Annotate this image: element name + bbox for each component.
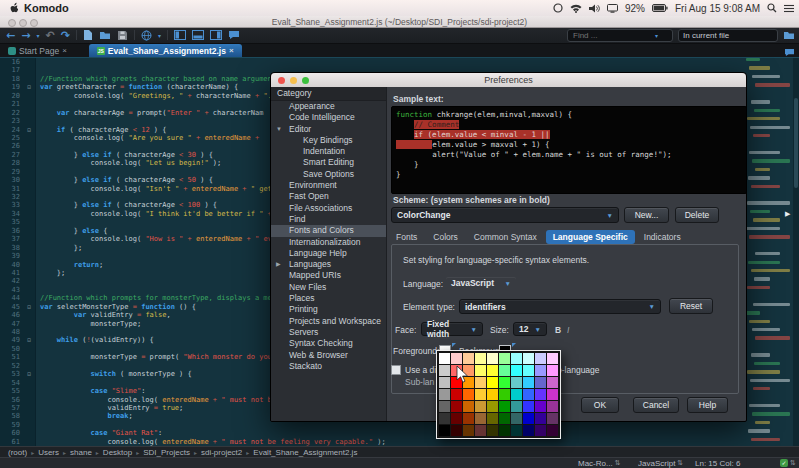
palette-swatch[interactable]	[451, 401, 462, 412]
palette-swatch[interactable]	[523, 353, 534, 364]
palette-swatch[interactable]	[499, 377, 510, 388]
palette-swatch[interactable]	[547, 365, 558, 376]
palette-swatch[interactable]	[451, 413, 462, 424]
cancel-button[interactable]: Cancel	[633, 397, 679, 413]
places-folder-icon[interactable]	[783, 30, 795, 40]
forward-icon[interactable]: →	[21, 30, 30, 41]
palette-swatch[interactable]	[463, 353, 474, 364]
breadcrumb-item[interactable]: Users	[38, 448, 59, 457]
encoding-select[interactable]: Mac-Ro...⇅	[578, 458, 621, 468]
feedback-chat-icon[interactable]	[228, 30, 240, 40]
category-item-environment[interactable]: Environment	[271, 180, 386, 191]
fold-marker[interactable]: ⊟	[23, 336, 36, 344]
globe-dropdown-icon[interactable]: ▾	[158, 32, 161, 39]
breadcrumb-item[interactable]: Desktop	[103, 448, 132, 457]
category-item-save-options[interactable]: Save Options	[271, 169, 386, 180]
palette-swatch[interactable]	[439, 401, 450, 412]
back-icon[interactable]: ←	[6, 30, 15, 41]
background-picker-flag-icon[interactable]	[512, 343, 516, 347]
category-item-file-associations[interactable]: File Associations	[271, 203, 386, 214]
app-menu-komodo[interactable]: Komodo	[24, 2, 69, 14]
palette-swatch[interactable]	[535, 353, 546, 364]
window-zoom-button[interactable]	[30, 19, 38, 27]
tab-close-icon[interactable]: ×	[229, 46, 234, 55]
collapsed-arrow-icon[interactable]: ▶	[276, 259, 281, 270]
scheme-select[interactable]: ColorChange▼	[391, 207, 619, 223]
prefs-tab-language-specific[interactable]: Language Specific	[546, 230, 635, 244]
category-item-stackato[interactable]: Stackato	[271, 361, 386, 372]
expanded-arrow-icon[interactable]: ▼	[276, 124, 282, 135]
palette-swatch[interactable]	[523, 413, 534, 424]
palette-swatch[interactable]	[535, 377, 546, 388]
palette-swatch[interactable]	[439, 425, 450, 436]
dialog-minimize-button[interactable]	[290, 77, 297, 84]
window-close-button[interactable]	[8, 19, 16, 27]
palette-swatch[interactable]	[511, 401, 522, 412]
battery-icon[interactable]	[652, 4, 668, 12]
dialog-close-button[interactable]	[278, 77, 285, 84]
category-item-servers[interactable]: Servers	[271, 327, 386, 338]
prefs-tab-indicators[interactable]: Indicators	[637, 230, 688, 244]
find-dropdown-icon[interactable]: ▾	[655, 32, 658, 39]
element-type-select[interactable]: identifiers▼	[459, 299, 661, 314]
category-item-fast-open[interactable]: Fast Open	[271, 191, 386, 202]
category-item-places[interactable]: Places	[271, 293, 386, 304]
palette-swatch[interactable]	[487, 353, 498, 364]
category-item-appearance[interactable]: Appearance	[271, 101, 386, 112]
palette-swatch[interactable]	[535, 425, 546, 436]
palette-swatch[interactable]	[439, 377, 450, 388]
fold-marker[interactable]: ⊟	[23, 303, 36, 311]
breadcrumb-item[interactable]: (root)	[8, 448, 27, 457]
palette-swatch[interactable]	[499, 389, 510, 400]
delete-scheme-button[interactable]: Delete	[675, 207, 719, 223]
category-item-printing[interactable]: Printing	[271, 304, 386, 315]
menu-clock[interactable]: Fri Aug 15 9:08 AM	[675, 3, 760, 14]
palette-swatch[interactable]	[547, 389, 558, 400]
category-item-projects-and-workspace[interactable]: Projects and Workspace	[271, 316, 386, 327]
category-item-new-files[interactable]: New Files	[271, 282, 386, 293]
palette-swatch[interactable]	[523, 425, 534, 436]
palette-swatch[interactable]	[499, 365, 510, 376]
category-item-fonts-and-colors[interactable]: Fonts and Colors	[271, 225, 386, 236]
palette-swatch[interactable]	[451, 353, 462, 364]
breadcrumb-item[interactable]: SDI_Projects	[143, 448, 190, 457]
find-input[interactable]	[571, 30, 655, 41]
forward-dropdown-icon[interactable]: ▾	[36, 32, 39, 39]
palette-swatch[interactable]	[463, 401, 474, 412]
palette-swatch[interactable]	[547, 413, 558, 424]
palette-swatch[interactable]	[475, 389, 486, 400]
browser-preview-globe-icon[interactable]	[141, 30, 152, 41]
palette-swatch[interactable]	[451, 389, 462, 400]
palette-swatch[interactable]	[439, 365, 450, 376]
palette-swatch[interactable]	[451, 425, 462, 436]
palette-swatch[interactable]	[535, 365, 546, 376]
category-item-find[interactable]: Find	[271, 214, 386, 225]
italic-toggle[interactable]: I	[567, 325, 569, 335]
foreground-picker-flag-icon[interactable]	[452, 343, 456, 347]
toggle-right-pane-icon[interactable]	[210, 30, 222, 40]
toggle-left-pane-icon[interactable]	[174, 30, 186, 40]
category-item-language-help[interactable]: Language Help	[271, 248, 386, 259]
fold-marker[interactable]: ⊟	[23, 370, 36, 378]
palette-swatch[interactable]	[475, 413, 486, 424]
category-item-syntax-checking[interactable]: Syntax Checking	[271, 338, 386, 349]
menu-circle-icon[interactable]	[553, 3, 563, 13]
palette-swatch[interactable]	[547, 353, 558, 364]
palette-swatch[interactable]	[511, 377, 522, 388]
palette-swatch[interactable]	[511, 413, 522, 424]
volume-icon[interactable]	[589, 4, 600, 13]
redo-icon[interactable]: ↷	[61, 30, 70, 41]
palette-swatch[interactable]	[547, 401, 558, 412]
palette-swatch[interactable]	[487, 365, 498, 376]
category-item-indentation[interactable]: Indentation	[271, 146, 386, 157]
palette-swatch[interactable]	[487, 377, 498, 388]
palette-swatch[interactable]	[523, 365, 534, 376]
palette-swatch[interactable]	[487, 425, 498, 436]
category-item-languages[interactable]: ▶Languages	[271, 259, 386, 270]
breadcrumb-item[interactable]: Evalt_Shane_Assignment2.js	[253, 448, 357, 457]
prefs-tab-fonts[interactable]: Fonts	[389, 230, 424, 244]
dialog-zoom-button[interactable]	[302, 77, 309, 84]
category-item-smart-editing[interactable]: Smart Editing	[271, 157, 386, 168]
new-scheme-button[interactable]: New...	[624, 207, 669, 223]
tab-start-page[interactable]: Start Page ×	[0, 44, 75, 57]
